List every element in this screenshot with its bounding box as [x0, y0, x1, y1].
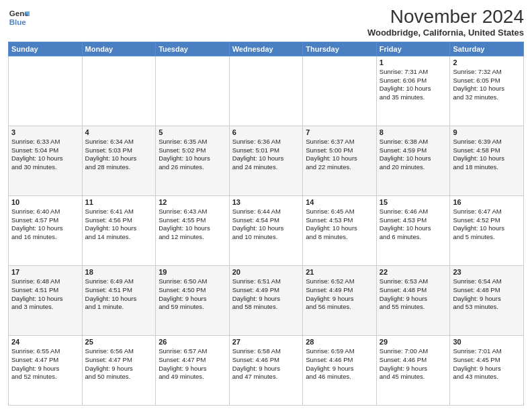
- info-line: Daylight: 9 hours: [380, 295, 447, 304]
- info-line: Daylight: 9 hours: [453, 295, 521, 304]
- info-line: Sunrise: 7:32 AM: [453, 68, 521, 77]
- calendar-cell-w2-d1: 4Sunrise: 6:34 AMSunset: 5:03 PMDaylight…: [82, 126, 156, 195]
- info-line: Sunset: 4:48 PM: [453, 286, 521, 295]
- info-line: Sunset: 4:49 PM: [232, 286, 300, 295]
- page: General Blue November 2024 Woodbridge, C…: [0, 0, 532, 411]
- info-line: Sunset: 4:47 PM: [85, 356, 153, 365]
- cell-info: Sunrise: 6:56 AMSunset: 4:47 PMDaylight:…: [85, 347, 153, 381]
- info-line: Daylight: 10 hours: [85, 154, 153, 163]
- info-line: Sunset: 4:47 PM: [11, 356, 79, 365]
- week-row-1: 1Sunrise: 7:31 AMSunset: 6:06 PMDaylight…: [9, 56, 524, 126]
- day-number: 15: [380, 198, 447, 206]
- info-line: and 32 minutes.: [453, 93, 521, 102]
- info-line: Sunrise: 6:40 AM: [11, 208, 79, 216]
- info-line: and 1 minute.: [85, 303, 153, 312]
- info-line: and 24 minutes.: [232, 163, 300, 172]
- info-line: Sunset: 4:54 PM: [232, 216, 300, 225]
- info-line: Sunrise: 6:41 AM: [85, 208, 153, 216]
- info-line: Daylight: 10 hours: [159, 224, 226, 233]
- info-line: Sunrise: 6:48 AM: [11, 277, 79, 286]
- info-line: Daylight: 9 hours: [232, 365, 300, 373]
- calendar-cell-w3-d2: 12Sunrise: 6:43 AMSunset: 4:55 PMDayligh…: [156, 195, 230, 265]
- header: General Blue November 2024 Woodbridge, C…: [8, 7, 524, 38]
- info-line: Sunset: 4:47 PM: [159, 356, 226, 365]
- info-line: Daylight: 10 hours: [85, 295, 153, 304]
- calendar-cell-w3-d3: 13Sunrise: 6:44 AMSunset: 4:54 PMDayligh…: [229, 195, 303, 265]
- calendar-cell-w4-d5: 22Sunrise: 6:53 AMSunset: 4:48 PMDayligh…: [376, 265, 450, 335]
- calendar-cell-w1-d6: 2Sunrise: 7:32 AMSunset: 6:05 PMDaylight…: [450, 56, 524, 126]
- info-line: Sunrise: 6:37 AM: [306, 138, 373, 146]
- day-number: 19: [159, 268, 226, 276]
- info-line: Sunrise: 6:56 AM: [85, 347, 153, 356]
- day-number: 24: [11, 338, 79, 346]
- info-line: Sunrise: 6:35 AM: [159, 138, 226, 146]
- info-line: Sunrise: 6:53 AM: [380, 277, 447, 286]
- info-line: Sunset: 4:59 PM: [380, 146, 447, 155]
- info-line: and 59 minutes.: [159, 303, 226, 312]
- info-line: and 47 minutes.: [232, 373, 300, 381]
- info-line: Sunrise: 6:58 AM: [232, 347, 300, 356]
- info-line: Sunset: 4:48 PM: [380, 286, 447, 295]
- week-row-4: 17Sunrise: 6:48 AMSunset: 4:51 PMDayligh…: [9, 265, 524, 335]
- day-number: 10: [11, 198, 79, 206]
- day-number: 1: [380, 58, 447, 66]
- day-number: 9: [453, 128, 521, 136]
- day-number: 28: [306, 338, 373, 346]
- day-number: 2: [453, 58, 521, 66]
- info-line: Sunrise: 6:52 AM: [306, 277, 373, 286]
- info-line: and 3 minutes.: [11, 303, 79, 312]
- info-line: and 8 minutes.: [306, 233, 373, 242]
- info-line: and 6 minutes.: [380, 233, 447, 242]
- info-line: Sunrise: 7:01 AM: [453, 347, 521, 356]
- cell-info: Sunrise: 6:49 AMSunset: 4:51 PMDaylight:…: [85, 277, 153, 312]
- day-number: 17: [11, 268, 79, 276]
- day-number: 16: [453, 198, 521, 206]
- day-number: 21: [306, 268, 373, 276]
- calendar-cell-w2-d0: 3Sunrise: 6:33 AMSunset: 5:04 PMDaylight…: [9, 126, 83, 195]
- calendar-cell-w2-d2: 5Sunrise: 6:35 AMSunset: 5:02 PMDaylight…: [156, 126, 230, 195]
- info-line: Sunrise: 6:57 AM: [159, 347, 226, 356]
- title-block: November 2024 Woodbridge, California, Un…: [367, 7, 524, 38]
- info-line: Daylight: 9 hours: [306, 365, 373, 373]
- calendar-cell-w5-d0: 24Sunrise: 6:55 AMSunset: 4:47 PMDayligh…: [9, 335, 83, 405]
- location: Woodbridge, California, United States: [367, 28, 524, 38]
- cell-info: Sunrise: 6:58 AMSunset: 4:46 PMDaylight:…: [232, 347, 300, 381]
- calendar-cell-w4-d6: 23Sunrise: 6:54 AMSunset: 4:48 PMDayligh…: [450, 265, 524, 335]
- day-number: 25: [85, 338, 153, 346]
- info-line: and 49 minutes.: [159, 373, 226, 381]
- week-row-2: 3Sunrise: 6:33 AMSunset: 5:04 PMDaylight…: [9, 126, 524, 195]
- calendar-cell-w3-d6: 16Sunrise: 6:47 AMSunset: 4:52 PMDayligh…: [450, 195, 524, 265]
- info-line: and 26 minutes.: [159, 163, 226, 172]
- cell-info: Sunrise: 6:57 AMSunset: 4:47 PMDaylight:…: [159, 347, 226, 381]
- calendar-cell-w5-d6: 30Sunrise: 7:01 AMSunset: 4:45 PMDayligh…: [450, 335, 524, 405]
- calendar-cell-w5-d4: 28Sunrise: 6:59 AMSunset: 4:46 PMDayligh…: [303, 335, 377, 405]
- info-line: and 22 minutes.: [306, 163, 373, 172]
- info-line: Sunset: 4:51 PM: [85, 286, 153, 295]
- info-line: Sunrise: 6:38 AM: [380, 138, 447, 146]
- logo: General Blue: [8, 7, 30, 28]
- month-title: November 2024: [367, 7, 524, 28]
- day-number: 13: [232, 198, 300, 206]
- day-number: 3: [11, 128, 79, 136]
- calendar-cell-w3-d5: 15Sunrise: 6:46 AMSunset: 4:53 PMDayligh…: [376, 195, 450, 265]
- info-line: Sunset: 5:04 PM: [11, 146, 79, 155]
- info-line: Sunset: 4:56 PM: [85, 216, 153, 225]
- info-line: Daylight: 9 hours: [306, 295, 373, 304]
- info-line: and 43 minutes.: [453, 373, 521, 381]
- info-line: Daylight: 10 hours: [11, 295, 79, 304]
- info-line: Daylight: 10 hours: [232, 154, 300, 163]
- calendar-cell-w2-d3: 6Sunrise: 6:36 AMSunset: 5:01 PMDaylight…: [229, 126, 303, 195]
- info-line: Sunrise: 6:34 AM: [85, 138, 153, 146]
- info-line: Daylight: 10 hours: [11, 154, 79, 163]
- info-line: and 50 minutes.: [85, 373, 153, 381]
- cell-info: Sunrise: 6:36 AMSunset: 5:01 PMDaylight:…: [232, 138, 300, 172]
- info-line: Daylight: 10 hours: [85, 224, 153, 233]
- info-line: Sunrise: 6:33 AM: [11, 138, 79, 146]
- info-line: Sunset: 4:53 PM: [306, 216, 373, 225]
- info-line: Daylight: 10 hours: [380, 224, 447, 233]
- cell-info: Sunrise: 6:48 AMSunset: 4:51 PMDaylight:…: [11, 277, 79, 312]
- calendar-cell-w3-d1: 11Sunrise: 6:41 AMSunset: 4:56 PMDayligh…: [82, 195, 156, 265]
- day-number: 4: [85, 128, 153, 136]
- info-line: and 10 minutes.: [232, 233, 300, 242]
- cell-info: Sunrise: 6:37 AMSunset: 5:00 PMDaylight:…: [306, 138, 373, 172]
